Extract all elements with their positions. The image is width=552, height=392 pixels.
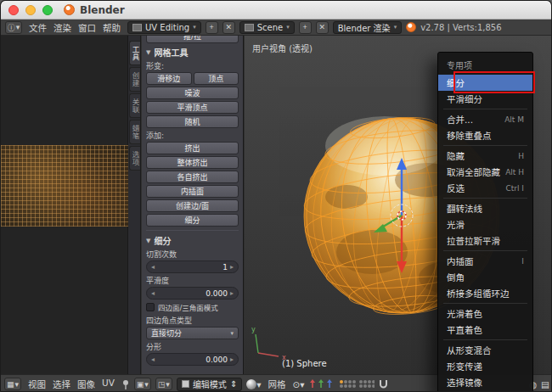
tool-button[interactable]: 整体挤出 <box>146 156 239 169</box>
toolshelf-tab[interactable]: 蜡笔 <box>129 120 140 144</box>
specials-menu-item[interactable]: 光滑 <box>438 216 532 232</box>
chevron-down-icon: ▾ <box>394 24 397 31</box>
layers-widget[interactable] <box>339 378 375 391</box>
delete-scene-button[interactable]: ✕ <box>316 21 329 34</box>
specials-menu-item[interactable]: 拉普拉斯平滑 <box>438 232 532 249</box>
specials-menu-item[interactable]: 翻转法线 <box>438 200 532 216</box>
render-engine-select[interactable]: Blender 渲染 ▾ <box>333 21 402 34</box>
specials-menu-title: 专用项 <box>438 56 532 75</box>
tool-button[interactable]: 细分 <box>146 214 239 227</box>
uv-image-editor[interactable] <box>1 36 128 374</box>
uv-editor-type-button[interactable]: ▦▾ <box>4 378 21 390</box>
viewport-axis-gizmo: x y <box>251 326 286 361</box>
fractal-label: 分形 <box>146 341 239 352</box>
specials-menu-item[interactable]: 合并...Alt M <box>438 111 532 127</box>
mesh-tools-panel-header[interactable]: ▼ 网格工具 <box>146 46 239 59</box>
info-editor-type-button[interactable]: ⓘ▾ <box>5 21 22 34</box>
zoom-window-button[interactable] <box>42 5 53 15</box>
menu-item-label: 选择镜像 <box>447 376 482 389</box>
image-browse-button[interactable]: ▣▾ <box>134 378 151 390</box>
push-pull-button[interactable]: 推/拉 <box>146 36 239 43</box>
specials-menu-item[interactable]: 移除重叠点 <box>438 127 532 143</box>
tool-button[interactable]: 顶点 <box>194 72 239 85</box>
menu-separator <box>443 109 527 109</box>
title-wrap: Blender <box>64 4 125 16</box>
menu-item-label: 反选 <box>447 182 465 194</box>
quad-tri-mode-checkbox[interactable]: 四边面/三角面模式 <box>146 302 239 312</box>
increment-arrow-icon[interactable]: ▸ <box>230 263 234 271</box>
specials-menu-item[interactable]: 平滑细分 <box>438 91 532 107</box>
toolshelf-tab[interactable]: 关联 <box>129 93 140 118</box>
toolshelf-tab[interactable]: 工具 <box>129 41 140 65</box>
uv-menu[interactable]: 视图 <box>25 378 48 390</box>
screen-layout-select[interactable]: UV Editing ▾ <box>127 21 201 34</box>
tool-button[interactable]: 挤出 <box>146 142 239 154</box>
menu-separator <box>443 250 527 251</box>
edit-mode-icon <box>182 380 189 388</box>
specials-menu-item[interactable]: 桥接多组循环边 <box>438 285 532 301</box>
delete-layout-button[interactable]: ✕ <box>222 21 235 34</box>
toolshelf-tab[interactable]: 创建 <box>129 67 140 92</box>
menu-item-label: 平直着色 <box>447 323 482 336</box>
uv-menu[interactable]: 图像 <box>75 378 98 390</box>
uv-menu[interactable]: UV <box>99 378 117 390</box>
cuts-field[interactable]: ◂ 1 ▸ <box>146 260 239 273</box>
manipulator-buttons[interactable] <box>309 378 335 391</box>
uv-menu[interactable]: 选择 <box>50 378 73 390</box>
mesh-menu[interactable]: 网格 <box>266 378 289 390</box>
viewport-shading-select[interactable]: ▾ <box>246 378 261 391</box>
specials-menu-item[interactable]: 从形变混合 <box>438 342 532 358</box>
tool-button[interactable]: 随机 <box>146 115 239 128</box>
toolshelf-tab[interactable]: 选项 <box>129 146 140 171</box>
menu-separator <box>443 303 527 304</box>
specials-menu-item[interactable]: 反选Ctrl I <box>438 180 532 196</box>
menubar-menu[interactable]: 渲染 <box>51 21 74 34</box>
specials-menu-item[interactable]: 选择镜像 <box>438 374 532 390</box>
tool-button[interactable]: 创建边/面 <box>146 199 239 212</box>
snap-magnet-icon[interactable] <box>379 378 388 391</box>
window-title: Blender <box>80 4 125 16</box>
minimize-window-button[interactable] <box>25 5 36 15</box>
tool-button[interactable]: 内插面 <box>146 185 239 198</box>
specials-menu-item[interactable]: 光滑着色 <box>438 305 532 322</box>
menu-item-label: 拉普拉斯平滑 <box>447 234 500 247</box>
pin-icon[interactable] <box>121 378 130 391</box>
info-header: ⓘ▾ 文件渲染窗口帮助 UV Editing ▾ + ✕ Scene ▾ + ✕… <box>1 20 551 36</box>
viewport-editor-type-button[interactable]: ◳▾ <box>155 378 172 390</box>
tool-button[interactable]: 噪波 <box>146 87 239 99</box>
menubar-menu[interactable]: 文件 <box>26 21 49 34</box>
mode-select[interactable]: 编辑模式 ⇕ <box>177 378 242 391</box>
tool-button[interactable]: 各自挤出 <box>146 171 239 183</box>
increment-arrow-icon[interactable]: ▸ <box>230 289 234 297</box>
quad-corner-type-label: 四边角点类型 <box>146 315 239 326</box>
add-scene-button[interactable]: + <box>299 21 312 34</box>
specials-menu-item[interactable]: 隐藏H <box>438 148 532 164</box>
close-window-button[interactable] <box>8 5 19 15</box>
window-titlebar: Blender <box>1 1 551 20</box>
scene-select[interactable]: Scene ▾ <box>239 21 295 34</box>
increment-arrow-icon[interactable]: ▸ <box>230 356 234 363</box>
subdivide-panel-header[interactable]: ▼ 细分 <box>146 234 239 247</box>
fractal-field[interactable]: ◂ 0.000 ▸ <box>146 353 239 366</box>
add-layout-button[interactable]: + <box>206 21 218 34</box>
menubar-menu[interactable]: 帮助 <box>100 21 123 34</box>
specials-menu-item[interactable]: 平直着色 <box>438 322 532 338</box>
render-camera-icon[interactable]: ▤ <box>541 378 549 391</box>
quad-corner-type-value: 直接切分 <box>151 328 182 339</box>
chevron-down-icon: ▾ <box>193 24 196 31</box>
menu-item-label: 光滑着色 <box>447 307 482 320</box>
specials-menu-item[interactable]: 取消全部隐藏Alt H <box>438 164 532 180</box>
menubar-menu[interactable]: 窗口 <box>76 21 99 34</box>
subdivide-panel-title: 细分 <box>154 234 171 247</box>
smoothness-field[interactable]: ◂ 0.000 ▸ <box>146 287 239 300</box>
tool-button[interactable]: 滑移边 <box>146 72 192 85</box>
menu-separator <box>443 145 527 146</box>
specials-menu-item[interactable]: 倒角 <box>438 269 532 285</box>
specials-menu-item[interactable]: 形变传递 <box>438 358 532 374</box>
pivot-select[interactable]: ⊙▾ <box>293 378 305 391</box>
specials-menu-item[interactable]: 内插面I <box>438 253 532 269</box>
quad-corner-type-select[interactable]: 直接切分 ▾ <box>146 327 239 339</box>
tool-button[interactable]: 平滑顶点 <box>146 101 239 114</box>
collapse-triangle-icon: ▼ <box>146 49 150 56</box>
specials-menu-item[interactable]: 细分 <box>438 75 532 91</box>
